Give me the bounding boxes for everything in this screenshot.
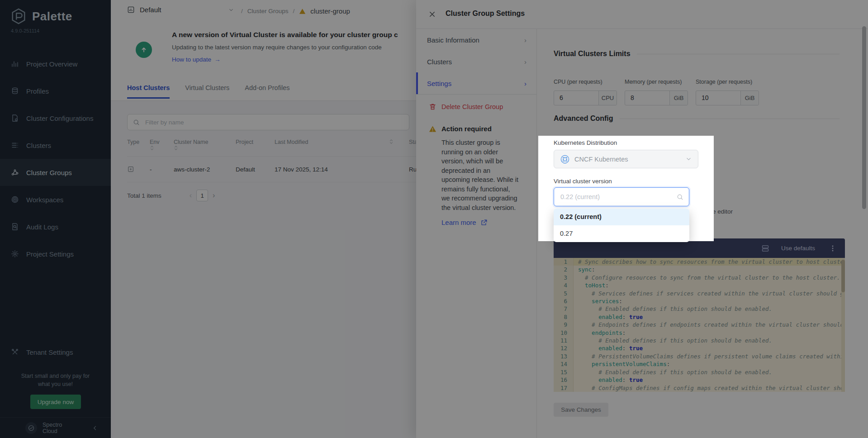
virtual-cluster-version-label: Virtual cluster version <box>554 178 612 185</box>
version-option-0-22-current-[interactable]: 0.22 (current) <box>554 209 689 225</box>
version-option-0-27[interactable]: 0.27 <box>554 225 689 242</box>
dim-overlay <box>0 0 868 438</box>
app-window: Palette 4.9.0-251114 Project OverviewPro… <box>0 0 868 438</box>
version-search-input[interactable] <box>560 193 677 201</box>
kubernetes-distribution-value: CNCF Kubernetes <box>574 156 628 163</box>
cncf-icon <box>560 155 569 164</box>
version-dropdown: 0.22 (current)0.27 <box>554 209 689 242</box>
search-icon <box>677 194 683 200</box>
chevron-down-icon <box>686 156 692 162</box>
virtual-cluster-version-combobox[interactable] <box>554 187 689 206</box>
kubernetes-distribution-label: Kubernetes Distribution <box>554 139 617 146</box>
kubernetes-distribution-select[interactable]: CNCF Kubernetes <box>554 150 698 168</box>
